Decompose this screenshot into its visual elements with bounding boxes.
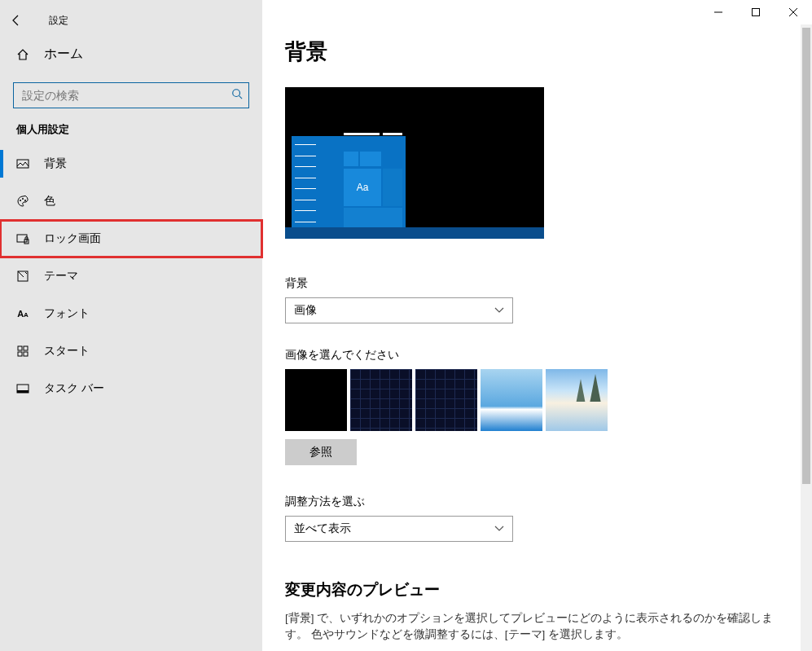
palette-icon [16, 195, 29, 208]
theme-icon [16, 270, 29, 283]
search-input[interactable] [13, 82, 249, 108]
close-button[interactable] [775, 0, 812, 24]
home-button[interactable]: ホーム [0, 33, 262, 76]
nav-item-background[interactable]: 背景 [0, 145, 262, 183]
nav-label: 色 [44, 194, 55, 209]
nav-label: テーマ [44, 269, 78, 284]
thumbnail[interactable] [546, 369, 608, 431]
window-titlebar: 設定 [0, 8, 262, 33]
start-icon [16, 345, 29, 358]
preview-description: [背景] で、いずれかのオプションを選択してプレビューにどのように表示されるのか… [285, 610, 789, 644]
nav-label: ロック画面 [44, 231, 101, 246]
background-label: 背景 [285, 276, 789, 291]
home-label: ホーム [44, 46, 83, 63]
dropdown-value: 並べて表示 [294, 521, 351, 536]
font-icon: AA [16, 307, 29, 320]
nav-item-fonts[interactable]: AA フォント [0, 295, 262, 332]
svg-rect-14 [753, 9, 760, 16]
nav-item-lockscreen[interactable]: ロック画面 [0, 220, 262, 257]
home-icon [16, 48, 29, 61]
preview-section-heading: 変更内容のプレビュー [285, 579, 789, 600]
image-thumbnails [285, 369, 789, 431]
choose-image-label: 画像を選んでください [285, 348, 789, 363]
svg-point-0 [233, 90, 240, 97]
dropdown-value: 画像 [294, 303, 317, 318]
preview-sample-text: Aa [344, 169, 381, 206]
taskbar-icon [16, 382, 29, 395]
maximize-button[interactable] [737, 0, 775, 24]
window-controls [700, 0, 812, 24]
desktop-preview: Aa [285, 87, 544, 239]
nav-label: スタート [44, 344, 90, 358]
background-dropdown[interactable]: 画像 [285, 297, 513, 323]
nav-label: フォント [44, 306, 90, 321]
arrow-left-icon [10, 14, 23, 27]
nav-label: 背景 [44, 156, 67, 171]
nav-label: タスク バー [44, 381, 104, 396]
back-button[interactable] [7, 11, 26, 30]
nav-item-taskbar[interactable]: タスク バー [0, 370, 262, 407]
nav-item-start[interactable]: スタート [0, 332, 262, 370]
thumbnail[interactable] [285, 369, 347, 431]
search-box[interactable] [13, 82, 249, 108]
nav-item-colors[interactable]: 色 [0, 183, 262, 220]
svg-rect-11 [24, 352, 28, 356]
window-title: 設定 [49, 14, 68, 28]
scrollbar-thumb[interactable] [802, 28, 810, 484]
minimize-button[interactable] [700, 0, 737, 24]
svg-rect-8 [18, 346, 22, 350]
thumbnail[interactable] [350, 369, 412, 431]
search-icon [231, 88, 243, 103]
svg-rect-9 [24, 346, 28, 350]
chevron-down-icon [494, 305, 504, 316]
thumbnail[interactable] [415, 369, 477, 431]
svg-rect-13 [17, 390, 29, 393]
svg-point-4 [24, 200, 26, 201]
page-title: 背景 [285, 37, 789, 66]
fit-dropdown[interactable]: 並べて表示 [285, 516, 513, 542]
image-icon [16, 157, 29, 170]
svg-rect-10 [18, 352, 22, 356]
lock-screen-icon [16, 232, 29, 245]
browse-button[interactable]: 参照 [285, 439, 357, 465]
category-label: 個人用設定 [0, 123, 262, 145]
nav-item-themes[interactable]: テーマ [0, 257, 262, 295]
thumbnail[interactable] [481, 369, 542, 431]
scrollbar[interactable] [801, 24, 812, 651]
fit-label: 調整方法を選ぶ [285, 495, 789, 509]
svg-point-3 [22, 198, 24, 200]
chevron-down-icon [494, 523, 504, 534]
svg-point-2 [20, 200, 21, 201]
